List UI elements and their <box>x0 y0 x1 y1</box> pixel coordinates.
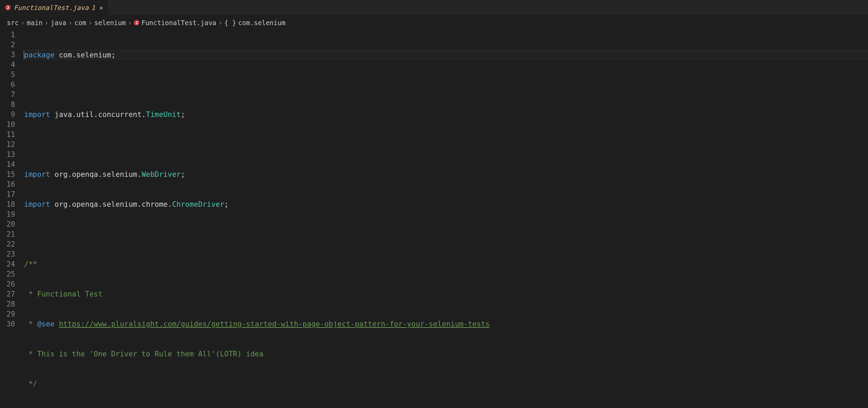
line-number[interactable]: 24 <box>0 259 15 269</box>
breadcrumb-item[interactable]: main <box>27 19 43 26</box>
breadcrumb[interactable]: src › main › java › com › selenium › J F… <box>0 15 868 30</box>
code-line[interactable]: * This is the 'One Driver to Rule them A… <box>24 349 868 359</box>
line-number-gutter: 1 2 3 4 5 6 7 8 9 10 11 12 13 14 15 16 1… <box>0 30 24 408</box>
line-number[interactable]: 17 <box>0 190 15 200</box>
code-line[interactable]: package com.selenium; <box>24 50 868 60</box>
line-number[interactable]: 1 <box>0 30 15 40</box>
line-number[interactable]: 6 <box>0 80 15 90</box>
breadcrumb-item[interactable]: com.selenium <box>238 19 285 26</box>
chevron-right-icon: › <box>218 19 222 26</box>
code-content[interactable]: package com.selenium; import java.util.c… <box>24 30 868 408</box>
line-number[interactable]: 16 <box>0 180 15 190</box>
tab-filename: FunctionalTest.java <box>14 4 88 11</box>
line-number[interactable]: 25 <box>0 269 15 279</box>
breadcrumb-item[interactable]: FunctionalTest.java <box>141 19 216 26</box>
namespace-icon: { } <box>224 19 236 26</box>
breadcrumb-item[interactable]: src <box>7 19 19 26</box>
code-line[interactable]: import java.util.concurrent.TimeUnit; <box>24 110 868 120</box>
chevron-right-icon: › <box>88 19 92 26</box>
line-number[interactable]: 30 <box>0 319 15 329</box>
line-number[interactable]: 7 <box>0 90 15 100</box>
code-line[interactable] <box>24 80 868 90</box>
code-line[interactable]: * Functional Test <box>24 289 868 299</box>
code-line[interactable]: import org.openqa.selenium.chrome.Chrome… <box>24 200 868 210</box>
line-number[interactable]: 18 <box>0 200 15 210</box>
chevron-right-icon: › <box>128 19 132 26</box>
editor-tab[interactable]: J FunctionalTest.java 1 × <box>0 0 108 15</box>
line-number[interactable]: 22 <box>0 239 15 249</box>
chevron-right-icon: › <box>21 19 24 26</box>
breadcrumb-item[interactable]: com <box>74 19 86 26</box>
line-number[interactable]: 29 <box>0 309 15 319</box>
code-line[interactable]: /** <box>24 259 868 269</box>
close-icon[interactable]: × <box>99 4 103 11</box>
line-number[interactable]: 20 <box>0 219 15 229</box>
line-number[interactable]: 2 <box>0 40 15 50</box>
code-line[interactable]: import org.openqa.selenium.WebDriver; <box>24 170 868 180</box>
line-number[interactable]: 12 <box>0 140 15 150</box>
line-number[interactable]: 4 <box>0 60 15 70</box>
code-line[interactable]: */ <box>24 379 868 389</box>
line-number[interactable]: 23 <box>0 249 15 259</box>
java-file-icon: J <box>134 20 139 25</box>
tab-bar: J FunctionalTest.java 1 × <box>0 0 868 15</box>
java-file-icon: J <box>5 4 11 11</box>
line-number[interactable]: 11 <box>0 130 15 140</box>
line-number[interactable]: 3 <box>0 50 15 60</box>
code-line[interactable] <box>24 229 868 239</box>
line-number[interactable]: 15 <box>0 170 15 180</box>
line-number[interactable]: 14 <box>0 160 15 170</box>
breadcrumb-item[interactable]: java <box>51 19 66 26</box>
line-number[interactable]: 28 <box>0 299 15 309</box>
line-number[interactable]: 5 <box>0 70 15 80</box>
line-number[interactable]: 8 <box>0 100 15 110</box>
line-number[interactable]: 21 <box>0 229 15 239</box>
line-number[interactable]: 10 <box>0 120 15 130</box>
line-number[interactable]: 27 <box>0 289 15 299</box>
line-number[interactable]: 9 <box>0 110 15 120</box>
line-number[interactable]: 19 <box>0 210 15 219</box>
chevron-right-icon: › <box>68 19 72 26</box>
code-line[interactable]: * @see https://www.pluralsight.com/guide… <box>24 319 868 329</box>
line-number[interactable]: 26 <box>0 279 15 289</box>
code-line[interactable] <box>24 140 868 150</box>
line-number[interactable]: 13 <box>0 150 15 160</box>
chevron-right-icon: › <box>45 19 49 26</box>
breadcrumb-item[interactable]: selenium <box>94 19 126 26</box>
tab-problem-count: 1 <box>91 4 95 11</box>
code-editor[interactable]: 1 2 3 4 5 6 7 8 9 10 11 12 13 14 15 16 1… <box>0 30 868 408</box>
